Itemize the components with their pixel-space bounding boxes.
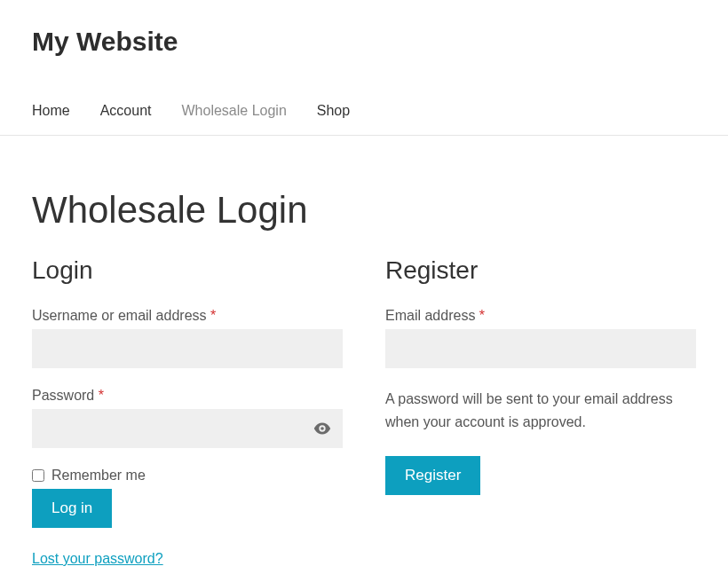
required-mark: * <box>99 388 104 403</box>
register-button[interactable]: Register <box>385 456 480 495</box>
site-title: My Website <box>32 27 696 57</box>
nav-item-home[interactable]: Home <box>32 103 70 119</box>
remember-me-row: Remember me <box>32 468 343 484</box>
password-label: Password * <box>32 388 343 404</box>
register-column: Register Email address * A password will… <box>385 256 696 567</box>
nav-item-account[interactable]: Account <box>100 103 152 119</box>
required-mark: * <box>479 308 485 323</box>
username-label-text: Username or email address <box>32 308 210 323</box>
username-input[interactable] <box>32 329 343 368</box>
register-helper-text: A password will be sent to your email ad… <box>385 388 696 435</box>
remember-me-label: Remember me <box>51 468 146 484</box>
nav-divider <box>0 135 728 136</box>
login-heading: Login <box>32 256 343 285</box>
remember-me-checkbox[interactable] <box>32 469 44 482</box>
password-input-wrapper <box>32 409 343 448</box>
register-email-label-text: Email address <box>385 308 479 323</box>
register-email-input[interactable] <box>385 329 696 368</box>
username-label: Username or email address * <box>32 308 343 324</box>
username-field-row: Username or email address * <box>32 308 343 368</box>
register-heading: Register <box>385 256 696 285</box>
register-email-label: Email address * <box>385 308 696 324</box>
main-nav: Home Account Wholesale Login Shop <box>32 103 696 135</box>
lost-password-link[interactable]: Lost your password? <box>32 551 163 567</box>
nav-item-shop[interactable]: Shop <box>317 103 350 119</box>
password-field-row: Password * <box>32 388 343 448</box>
register-email-field-row: Email address * <box>385 308 696 368</box>
password-input[interactable] <box>32 409 343 448</box>
nav-item-wholesale-login[interactable]: Wholesale Login <box>182 103 287 119</box>
required-mark: * <box>210 308 216 323</box>
password-label-text: Password <box>32 388 99 403</box>
login-button[interactable]: Log in <box>32 489 112 528</box>
eye-icon[interactable] <box>313 419 332 438</box>
login-column: Login Username or email address * Passwo… <box>32 256 343 567</box>
page-title: Wholesale Login <box>32 189 696 232</box>
login-register-columns: Login Username or email address * Passwo… <box>32 256 696 567</box>
